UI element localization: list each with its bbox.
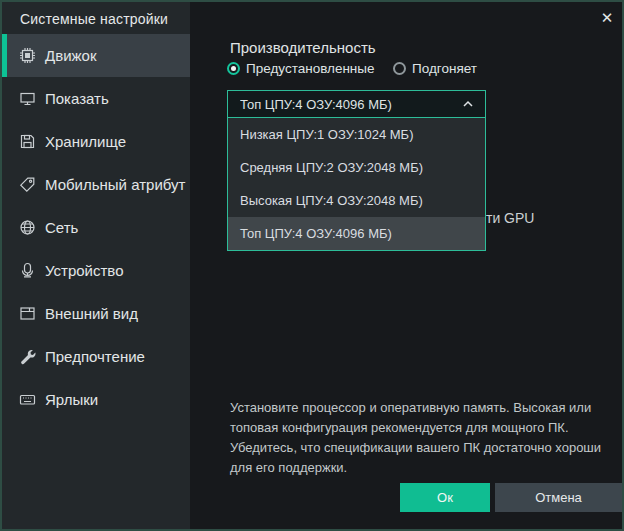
dropdown-selected-value: Топ ЦПУ:4 ОЗУ:4096 МБ) [240,97,461,112]
device-icon [19,262,36,279]
window-title: Системные настройки [20,11,168,27]
sidebar-item-label: Устройство [45,262,123,279]
radio-custom[interactable]: Подгоняет [393,61,477,76]
occluded-gpu-label: ти GPU [486,210,534,226]
sidebar-item-label: Внешний вид [45,305,138,322]
sidebar-item-storage[interactable]: Хранилище [2,120,190,163]
dropdown-option-low[interactable]: Низкая ЦПУ:1 ОЗУ:1024 МБ) [228,118,485,151]
sidebar-item-label: Показать [45,90,109,107]
radio-preset-label: Предустановленные [246,61,375,76]
sidebar-item-network[interactable]: Сеть [2,206,190,249]
help-text: Установите процессор и оперативную памят… [230,398,620,478]
sidebar-item-label: Предпочтение [45,348,145,365]
sidebar-item-mobile-attribute[interactable]: Мобильный атрибут [2,163,190,206]
globe-icon [19,219,36,236]
dropdown-option-medium[interactable]: Средняя ЦПУ:2 ОЗУ:2048 МБ) [228,151,485,184]
sidebar-item-appearance[interactable]: Внешний вид [2,292,190,335]
monitor-icon [19,90,36,107]
system-settings-dialog: Системные настройки Движок [0,0,624,531]
dropdown-options-list: Низкая ЦПУ:1 ОЗУ:1024 МБ) Средняя ЦПУ:2 … [227,118,486,251]
sidebar-nav: Движок Показать [2,34,190,421]
radio-selected-icon [227,62,240,75]
wrench-icon [19,348,36,365]
sidebar-item-label: Хранилище [45,133,126,150]
sidebar-item-display[interactable]: Показать [2,77,190,120]
radio-unselected-icon [393,62,406,75]
keyboard-icon [19,391,36,408]
close-icon[interactable]: ✕ [596,7,618,29]
radio-preset[interactable]: Предустановленные [227,61,375,76]
window-icon [19,305,36,322]
chip-icon [19,47,36,64]
tag-icon [19,176,36,193]
chevron-up-icon [461,97,475,111]
sidebar-item-label: Сеть [45,219,78,236]
sidebar-item-label: Ярлыки [45,391,98,408]
ok-button[interactable]: Ок [400,483,490,512]
sidebar-item-preference[interactable]: Предпочтение [2,335,190,378]
sidebar-item-label: Движок [45,47,96,64]
section-heading-performance: Производительность [230,39,376,56]
sidebar-item-label: Мобильный атрибут [45,176,185,193]
dropdown-option-high[interactable]: Высокая ЦПУ:4 ОЗУ:2048 МБ) [228,184,485,217]
sidebar-item-device[interactable]: Устройство [2,249,190,292]
sidebar-item-engine[interactable]: Движок [2,34,190,77]
radio-custom-label: Подгоняет [412,61,477,76]
cancel-button[interactable]: Отмена [495,483,622,512]
sidebar: Системные настройки Движок [2,2,190,529]
save-icon [19,133,36,150]
dropdown-option-top[interactable]: Топ ЦПУ:4 ОЗУ:4096 МБ) [228,217,485,250]
main-panel: ✕ Производительность Предустановленные П… [190,2,622,529]
sidebar-item-shortcuts[interactable]: Ярлыки [2,378,190,421]
performance-preset-dropdown[interactable]: Топ ЦПУ:4 ОЗУ:4096 МБ) [227,90,486,118]
